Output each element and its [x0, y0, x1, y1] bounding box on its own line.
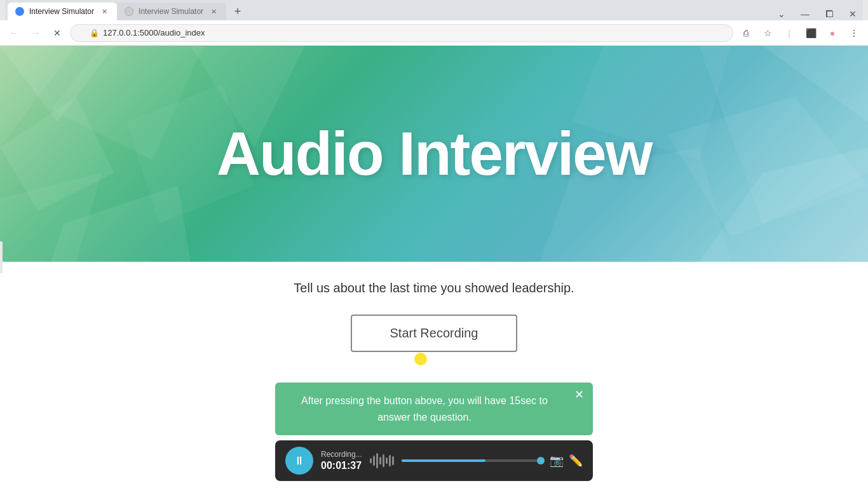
interview-question: Tell us about the last time you showed l…	[294, 281, 574, 295]
window-minimize-button[interactable]: —	[797, 8, 813, 20]
hero-banner: Audio Interview	[0, 46, 868, 262]
page-hero-title: Audio Interview	[217, 119, 652, 189]
start-recording-button[interactable]: Start Recording	[351, 315, 518, 352]
menu-icon[interactable]: ⋮	[845, 24, 863, 42]
audio-player: ⏸ Recording... 00:01:37	[275, 440, 593, 481]
tab-2-label: Interview Simulator	[139, 7, 203, 16]
forward-button[interactable]: →	[27, 24, 44, 42]
tab-1-favicon	[15, 7, 24, 16]
alert-close-button[interactable]: ✕	[574, 389, 584, 400]
tab-2-favicon	[125, 7, 133, 16]
main-content: Tell us about the last time you showed l…	[0, 262, 868, 488]
waveform-bar-4	[379, 457, 381, 464]
progress-bar[interactable]	[402, 459, 542, 462]
divider: |	[780, 24, 798, 42]
progress-thumb	[537, 457, 545, 464]
alert-text-line1: After pressing the button above, you wil…	[301, 395, 548, 406]
title-bar: Interview Simulator ✕ Interview Simulato…	[0, 0, 868, 20]
nav-bar: ← → ✕ 🔒 127.0.0.1:5000/audio_index ⎙ ☆ |…	[0, 20, 868, 46]
new-tab-button[interactable]: +	[229, 3, 247, 20]
extension-icon[interactable]: ⬛	[802, 24, 820, 42]
tab-2-close[interactable]: ✕	[208, 6, 219, 17]
window-chevron-down[interactable]: ⌄	[774, 8, 789, 20]
cursor-indicator	[414, 353, 427, 365]
player-icons: 📷 ✏️	[550, 454, 583, 468]
start-recording-label: Start Recording	[390, 326, 478, 340]
address-bar[interactable]: 🔒 127.0.0.1:5000/audio_index	[70, 24, 733, 42]
address-bar-lock-icon: 🔒	[90, 29, 99, 37]
waveform-bar-2	[373, 456, 375, 466]
edit-icon[interactable]: ✏️	[569, 454, 583, 468]
waveform-bar-3	[376, 453, 378, 468]
add-camera-icon[interactable]: 📷	[550, 454, 564, 468]
address-text: 127.0.0.1:5000/audio_index	[103, 28, 205, 37]
alert-text-line2: answer the question.	[377, 412, 471, 423]
nav-right-icons: ⎙ ☆ | ⬛ ● ⋮	[737, 24, 863, 42]
window-controls: ⌄ — ⧠ ✕	[774, 8, 860, 20]
progress-fill	[402, 459, 486, 462]
recording-label: Recording...	[321, 450, 362, 459]
reload-button[interactable]: ✕	[48, 24, 66, 42]
share-icon[interactable]: ⎙	[737, 24, 755, 42]
tab-1-close[interactable]: ✕	[99, 6, 109, 17]
pause-icon: ⏸	[294, 454, 305, 468]
tab-2[interactable]: Interview Simulator ✕	[117, 3, 226, 20]
waveform-bar-7	[389, 455, 391, 466]
window-close-button[interactable]: ✕	[845, 8, 860, 20]
waveform-bar-6	[386, 458, 388, 464]
waveform-bar-8	[392, 456, 394, 465]
page-content: Audio Interview Tell us about the last t…	[0, 46, 868, 488]
profile-icon[interactable]: ●	[824, 24, 841, 42]
window-maximize-button[interactable]: ⧠	[821, 8, 837, 20]
waveform-bars	[370, 451, 394, 470]
time-display: 00:01:37	[321, 460, 362, 471]
tabs-area: Interview Simulator ✕ Interview Simulato…	[5, 0, 863, 20]
left-accent-bar	[0, 241, 3, 273]
waveform-bar-1	[370, 458, 372, 463]
tab-1-label: Interview Simulator	[29, 7, 94, 16]
alert-message-box: After pressing the button above, you wil…	[275, 383, 593, 435]
back-button[interactable]: ←	[5, 24, 23, 42]
player-info: Recording... 00:01:37	[321, 450, 362, 471]
pause-button[interactable]: ⏸	[285, 447, 313, 475]
bookmark-icon[interactable]: ☆	[759, 24, 776, 42]
waveform-bar-5	[383, 454, 384, 467]
tab-1[interactable]: Interview Simulator ✕	[8, 3, 117, 20]
